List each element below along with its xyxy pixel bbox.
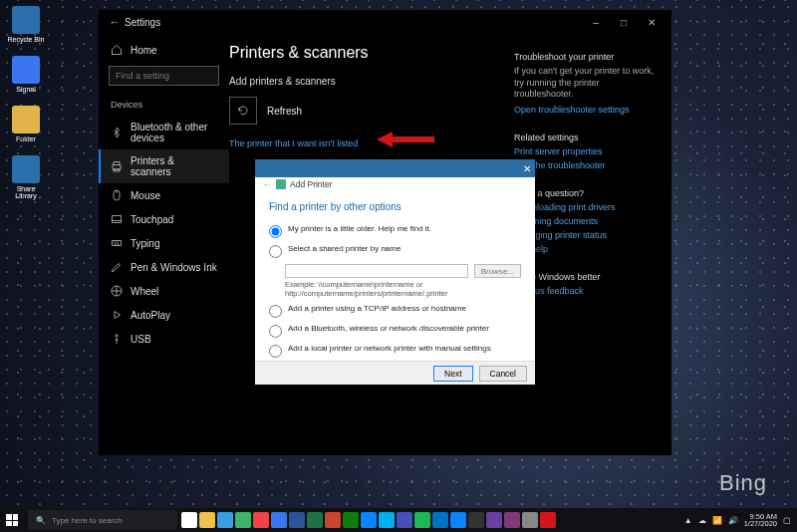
- taskbar-icon-teams[interactable]: [397, 512, 412, 528]
- sidebar-item-autoplay[interactable]: AutoPlay: [99, 303, 229, 327]
- question-heading: Have a question?: [514, 188, 656, 198]
- sidebar-item-mouse[interactable]: Mouse: [99, 183, 229, 207]
- tray-chevron-icon[interactable]: ▲: [684, 516, 692, 525]
- taskbar-icon-edge[interactable]: [235, 512, 251, 528]
- sidebar-item-label: Bluetooth & other devices: [131, 122, 217, 143]
- help-link[interactable]: Get help: [514, 244, 656, 254]
- taskbar-icon-xbox[interactable]: [343, 512, 359, 528]
- printer-icon: [276, 179, 286, 189]
- taskbar-search[interactable]: 🔍 Type here to search: [28, 510, 177, 530]
- taskbar-icon-onedrive[interactable]: [450, 512, 466, 528]
- settings-sidebar: Home Devices Bluetooth & other devicesPr…: [99, 34, 229, 455]
- refresh-icon-box: [229, 97, 257, 125]
- option-local-manual[interactable]: Add a local printer or network printer w…: [269, 344, 521, 358]
- sidebar-home[interactable]: Home: [99, 38, 229, 62]
- taskbar-icon-word[interactable]: [289, 512, 305, 528]
- sidebar-item-printer[interactable]: Printers & scanners: [99, 149, 229, 183]
- dialog-close-button[interactable]: ✕: [523, 163, 531, 174]
- printer-not-listed-link[interactable]: The printer that I want isn't listed: [229, 138, 506, 148]
- open-troubleshooter-link[interactable]: Open troubleshooter settings: [514, 105, 656, 115]
- sidebar-item-touchpad[interactable]: Touchpad: [99, 207, 229, 231]
- search-input[interactable]: [109, 66, 219, 86]
- taskbar-icon-powerpoint[interactable]: [325, 512, 341, 528]
- typing-icon: [111, 237, 123, 249]
- taskbar-icon-snip[interactable]: [540, 512, 556, 528]
- volume-icon[interactable]: 🔊: [728, 516, 738, 525]
- taskbar-icon-excel[interactable]: [307, 512, 323, 528]
- taskbar-icon-store[interactable]: [217, 512, 233, 528]
- taskbar-icon-skype[interactable]: [379, 512, 395, 528]
- taskbar-icon-file-explorer[interactable]: [199, 512, 215, 528]
- sidebar-item-usb[interactable]: USB: [99, 327, 229, 351]
- taskbar: 🔍 Type here to search ▲ ☁ 📶 🔊 9:50 AM1/2…: [0, 508, 797, 532]
- window-title: Settings: [125, 17, 582, 28]
- notifications-icon[interactable]: ▢: [783, 516, 791, 525]
- desktop-icon-label: Folder: [16, 135, 36, 142]
- onedrive-icon[interactable]: ☁: [698, 516, 706, 525]
- sidebar-item-bluetooth[interactable]: Bluetooth & other devices: [99, 116, 229, 149]
- back-button[interactable]: ←: [105, 16, 125, 28]
- desktop-icon-label: Recycle Bin: [8, 36, 45, 43]
- sidebar-item-pen[interactable]: Pen & Windows Ink: [99, 255, 229, 279]
- desktop-icon-label: Signal: [16, 86, 35, 93]
- browse-button[interactable]: Browse...: [474, 264, 521, 278]
- minimize-button[interactable]: –: [582, 17, 610, 28]
- help-link[interactable]: Changing printer status: [514, 230, 656, 240]
- next-button[interactable]: Next: [433, 366, 472, 382]
- taskbar-icon-chrome[interactable]: [253, 512, 269, 528]
- taskbar-icon-outlook[interactable]: [432, 512, 448, 528]
- home-icon: [111, 44, 123, 56]
- dialog-breadcrumb: ← Add Printer: [255, 177, 535, 189]
- shared-printer-input[interactable]: [285, 264, 468, 278]
- sidebar-item-typing[interactable]: Typing: [99, 231, 229, 255]
- example-text: Example: \\computername\printername orht…: [285, 280, 521, 298]
- better-heading: Make Windows better: [514, 272, 656, 282]
- desktop-icon-signal[interactable]: Signal: [6, 56, 46, 93]
- wheel-icon: [111, 285, 123, 297]
- start-button[interactable]: [0, 508, 24, 532]
- refresh-row[interactable]: Refresh: [229, 97, 506, 125]
- taskbar-icon-onenote[interactable]: [504, 512, 520, 528]
- taskbar-icon-settings[interactable]: [522, 512, 538, 528]
- cancel-button[interactable]: Cancel: [479, 366, 527, 382]
- desktop-icon-share[interactable]: Share Library: [6, 155, 46, 199]
- option-label: Add a local printer or network printer w…: [288, 344, 491, 353]
- related-heading: Related settings: [514, 133, 656, 142]
- desktop-icon-label: Share Library: [15, 185, 36, 199]
- wifi-icon[interactable]: 📶: [712, 516, 722, 525]
- clock[interactable]: 9:50 AM1/27/2020: [744, 513, 777, 528]
- taskbar-icon-terminal[interactable]: [468, 512, 484, 528]
- desktop-icon-folder[interactable]: Folder: [6, 106, 46, 142]
- close-button[interactable]: ✕: [638, 17, 665, 28]
- option-bluetooth[interactable]: Add a Bluetooth, wireless or network dis…: [269, 324, 521, 338]
- usb-icon: [111, 333, 123, 345]
- taskbar-icon-cortana[interactable]: [361, 512, 377, 528]
- settings-titlebar: ← Settings – □ ✕: [99, 10, 671, 34]
- taskbar-icon-mail[interactable]: [271, 512, 287, 528]
- option-tcpip[interactable]: Add a printer using a TCP/IP address or …: [269, 304, 521, 318]
- help-link[interactable]: Downloading print drivers: [514, 202, 656, 212]
- mouse-icon: [111, 189, 123, 201]
- system-tray[interactable]: ▲ ☁ 📶 🔊 9:50 AM1/27/2020 ▢: [678, 513, 797, 528]
- run-troubleshooter-link[interactable]: Run the troubleshooter: [514, 160, 656, 170]
- taskbar-icon-spotify[interactable]: [414, 512, 430, 528]
- help-link[interactable]: Scanning documents: [514, 216, 656, 226]
- maximize-button[interactable]: □: [610, 17, 638, 28]
- dialog-back-icon[interactable]: ←: [263, 179, 272, 189]
- print-server-link[interactable]: Print server properties: [514, 146, 656, 156]
- troubleshoot-body: If you can't get your printer to work, t…: [514, 66, 656, 101]
- sidebar-section-header: Devices: [99, 96, 229, 116]
- printer-icon: [111, 160, 123, 172]
- option-shared-printer[interactable]: Select a shared printer by name: [269, 244, 521, 258]
- taskbar-icon-task-view[interactable]: [181, 512, 197, 528]
- desktop-icon-recyclebin[interactable]: Recycle Bin: [6, 6, 46, 43]
- feedback-link[interactable]: Give us feedback: [514, 286, 656, 296]
- autoplay-icon: [111, 309, 123, 321]
- taskbar-icons: [181, 512, 678, 528]
- sidebar-item-wheel[interactable]: Wheel: [99, 279, 229, 303]
- dialog-titlebar: ✕: [255, 159, 535, 177]
- taskbar-icon-whiteboard[interactable]: [486, 512, 502, 528]
- subsection-title: Add printers & scanners: [229, 76, 506, 87]
- option-older-printer[interactable]: My printer is a little older. Help me fi…: [269, 224, 521, 238]
- option-label: Add a Bluetooth, wireless or network dis…: [288, 324, 489, 333]
